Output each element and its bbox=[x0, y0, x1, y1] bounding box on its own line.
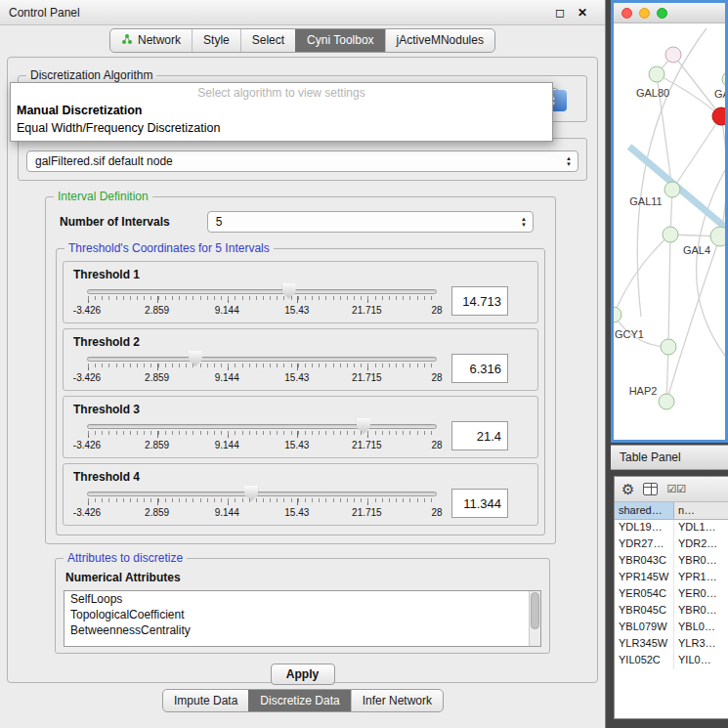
float-window-icon[interactable]: ◻ bbox=[555, 6, 565, 20]
slider-track[interactable] bbox=[87, 289, 437, 294]
tab-cyni-toolbox[interactable]: Cyni Toolbox bbox=[295, 29, 384, 52]
attribute-list-item[interactable]: SelfLoops bbox=[64, 591, 528, 607]
network-nodes[interactable] bbox=[614, 47, 725, 409]
table-row[interactable]: YDR27…YDR2… bbox=[615, 536, 728, 553]
node-label: HAP2 bbox=[629, 385, 658, 397]
tab-network[interactable]: Network bbox=[110, 29, 192, 52]
table-data-combobox[interactable]: galFiltered.sif default node ▲▼ bbox=[26, 150, 578, 172]
node-hap2[interactable] bbox=[659, 394, 674, 409]
threshold-value-field[interactable]: 21.4 bbox=[451, 421, 508, 450]
table-row[interactable]: YIL052CYIL0… bbox=[615, 653, 728, 669]
node-gal80[interactable] bbox=[649, 66, 664, 82]
numerical-attributes-list[interactable]: SelfLoopsTopologicalCoefficientBetweenne… bbox=[64, 590, 541, 647]
node[interactable] bbox=[722, 71, 725, 87]
slider-ticks bbox=[88, 498, 437, 502]
attribute-list-item[interactable]: TopologicalCoefficient bbox=[64, 607, 528, 622]
minimize-traffic-light[interactable] bbox=[639, 8, 650, 19]
tick-label: 21.715 bbox=[352, 440, 382, 450]
table-row[interactable]: YER054CYER0… bbox=[615, 586, 728, 603]
threshold-slider[interactable]: -3.4262.8599.14415.4321.71528 bbox=[87, 484, 437, 523]
table-cell: YIL052C bbox=[615, 653, 674, 669]
table-cell: YLR345W bbox=[615, 636, 674, 653]
close-icon[interactable]: ✕ bbox=[578, 6, 587, 20]
scrollbar-thumb[interactable] bbox=[531, 592, 539, 629]
threshold-panel: Threshold 1 -3.4262.8599.14415.4321.7152… bbox=[63, 261, 538, 323]
table-cell: YDL1… bbox=[674, 520, 728, 536]
gear-icon[interactable]: ⚙ bbox=[621, 482, 634, 496]
control-panel-titlebar: Control Panel ◻ ✕ bbox=[0, 0, 605, 25]
tab-jactivemnodules[interactable]: jActiveMNodules bbox=[385, 29, 494, 52]
threshold-label: Threshold 4 bbox=[71, 468, 530, 484]
network-canvas[interactable]: GAL80 GA GAL11 GAL4 GCY1 HAP2 bbox=[614, 23, 725, 440]
table-cell: YBL079W bbox=[615, 620, 674, 636]
node[interactable] bbox=[665, 47, 681, 63]
table-cell: YER0… bbox=[674, 586, 728, 603]
column-header-shared[interactable]: shared… bbox=[615, 502, 674, 519]
tab-label: Impute Data bbox=[174, 694, 237, 707]
threshold-label: Threshold 3 bbox=[71, 401, 530, 416]
numerical-attributes-label: Numerical Attributes bbox=[65, 571, 541, 584]
close-traffic-light[interactable] bbox=[621, 8, 632, 19]
apply-button[interactable]: Apply bbox=[271, 664, 335, 685]
table-row[interactable]: YLR345WYLR3… bbox=[615, 636, 728, 653]
tab-impute-data[interactable]: Impute Data bbox=[163, 690, 248, 711]
threshold-value-field[interactable]: 14.713 bbox=[451, 286, 508, 316]
slider-scale: -3.4262.8599.14415.4321.71528 bbox=[87, 507, 437, 519]
network-icon bbox=[121, 33, 133, 48]
table-row[interactable]: YBR043CYBR0… bbox=[615, 553, 728, 570]
threshold-slider[interactable]: -3.4262.8599.14415.4321.71528 bbox=[87, 281, 437, 321]
select-checkboxes-icon[interactable]: ☑☑ bbox=[666, 483, 686, 495]
table-row[interactable]: YDL19…YDL1… bbox=[615, 520, 728, 536]
table-cell: YIL0… bbox=[674, 653, 728, 669]
node-gal11[interactable] bbox=[664, 182, 680, 197]
combobox-stepper-icon: ▲▼ bbox=[566, 156, 572, 167]
attribute-list-item[interactable]: BetweennessCentrality bbox=[64, 622, 528, 638]
table-cell: YDR27… bbox=[615, 536, 674, 553]
tick-label: 15.43 bbox=[284, 305, 309, 316]
dropdown-option-manual-discretization[interactable]: Manual Discretization bbox=[11, 102, 552, 119]
tab-select[interactable]: Select bbox=[240, 29, 295, 52]
node[interactable] bbox=[663, 227, 678, 242]
threshold-label: Threshold 2 bbox=[71, 333, 530, 349]
tab-label: Cyni Toolbox bbox=[307, 33, 373, 47]
table-cell: YBR0… bbox=[674, 553, 728, 570]
group-label: Threshold's Coordinates for 5 Intervals bbox=[64, 241, 274, 256]
tab-discretize-data[interactable]: Discretize Data bbox=[248, 690, 350, 711]
tab-infer-network[interactable]: Infer Network bbox=[351, 690, 443, 711]
number-of-intervals-combobox[interactable]: 5 ▲▼ bbox=[207, 211, 534, 233]
table-row[interactable]: YPR145WYPR1… bbox=[615, 570, 728, 586]
scrollbar[interactable] bbox=[529, 591, 540, 646]
table-row[interactable]: YBR045CYBR0… bbox=[615, 603, 728, 620]
tab-label: jActiveMNodules bbox=[397, 33, 484, 47]
threshold-slider[interactable]: -3.4262.8599.14415.4321.71528 bbox=[87, 349, 437, 388]
node-gal4[interactable] bbox=[710, 227, 725, 246]
table-cell: YPR145W bbox=[615, 570, 674, 586]
tick-label: 15.43 bbox=[284, 440, 309, 450]
threshold-value-field[interactable]: 6.316 bbox=[451, 354, 508, 383]
column-header-name[interactable]: n… bbox=[674, 502, 728, 519]
threshold-slider[interactable]: -3.4262.8599.14415.4321.71528 bbox=[87, 416, 437, 455]
columns-icon[interactable] bbox=[643, 483, 658, 495]
slider-track[interactable] bbox=[87, 424, 437, 429]
slider-ticks bbox=[88, 431, 437, 435]
dropdown-placeholder-item: Select algorithm to view settings bbox=[11, 85, 552, 102]
tick-label: 21.715 bbox=[352, 507, 382, 518]
slider-track[interactable] bbox=[87, 492, 437, 496]
table-cell: YBL0… bbox=[674, 620, 728, 636]
threshold-value-field[interactable]: 11.344 bbox=[451, 489, 508, 518]
node[interactable] bbox=[661, 339, 676, 355]
tab-style[interactable]: Style bbox=[192, 29, 240, 52]
attributes-group: Attributes to discretize Numerical Attri… bbox=[55, 558, 550, 654]
table-body: YDL19…YDL1…YDR27…YDR2…YBR043CYBR0…YPR145… bbox=[615, 520, 728, 669]
tick-label: 2.859 bbox=[145, 507, 169, 518]
tick-label: 15.43 bbox=[284, 372, 309, 383]
table-cell: YBR043C bbox=[615, 553, 674, 570]
table-data-combobox-value: galFiltered.sif default node bbox=[35, 154, 566, 168]
zoom-traffic-light[interactable] bbox=[657, 8, 667, 19]
node-gcy1[interactable] bbox=[614, 307, 621, 322]
table-row[interactable]: YBL079WYBL0… bbox=[615, 620, 728, 636]
slider-track[interactable] bbox=[87, 357, 437, 362]
tick-label: 15.43 bbox=[284, 507, 309, 518]
node-selected-red[interactable] bbox=[712, 107, 725, 125]
dropdown-option-equal-width[interactable]: Equal Width/Frequency Discretization bbox=[11, 119, 552, 137]
